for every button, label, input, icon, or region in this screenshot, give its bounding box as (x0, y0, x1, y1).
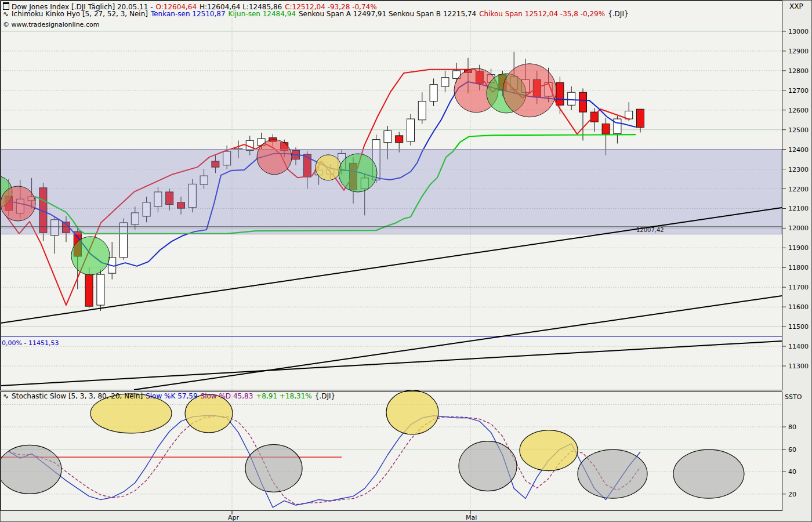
price-axis-label: 12900 (788, 48, 809, 55)
chart-window: 1300012900128001270012600125001240012300… (0, 0, 812, 522)
stoch-highlight-ellipse-gray (1, 445, 61, 494)
highlight-circle-red (503, 64, 556, 117)
price-axis-label: 12200 (788, 186, 809, 193)
symbol-tag: {.DJI} (315, 392, 335, 400)
scale-mode-button[interactable]: XXP (789, 2, 803, 10)
candlestick (556, 82, 564, 105)
stoch-highlight-ellipse-gray (459, 441, 517, 491)
ichimoku-legend-row[interactable]: ∿Ichimoku Kinko Hyo [5, 27, 52, 3, Nein]… (3, 10, 632, 18)
price-axis-label: 11400 (788, 343, 809, 350)
stoch-axis-label: 80 (788, 423, 796, 431)
stoch-axis-label: 60 (788, 446, 796, 454)
stoch-highlight-ellipse-gray (578, 449, 647, 498)
candlestick (614, 119, 621, 133)
price-axis-label: 12600 (788, 107, 809, 114)
price-axis-label: 12100 (788, 205, 809, 212)
watermark: © www.tradesignalonline.com (3, 21, 99, 28)
retracement-label: 0,00% - 11451,53 (2, 339, 59, 347)
ichimoku-name: Ichimoku Kinko Hyo [5, 27, 52, 3, Nein] (12, 10, 148, 18)
chikou-value: Chikou Span 12512,04 -35,8 -0,29% (479, 10, 605, 18)
price-axis-label: 11700 (788, 284, 809, 291)
candlestick (637, 109, 644, 127)
candlestick (418, 101, 426, 119)
price-axis-label: 12300 (788, 166, 809, 173)
indicator-icon: ∿ (3, 392, 9, 400)
slow-k-value: Slow %K 57,59 (146, 392, 197, 400)
x-axis-label-apr: Apr (228, 514, 239, 521)
stoch-highlight-ellipse-yellow (386, 390, 438, 434)
price-axis-label: 12800 (788, 67, 809, 75)
indicator-icon: ∿ (3, 10, 9, 18)
stoch-change: +8,91 +18,31% (256, 392, 311, 400)
price-axis-label: 11900 (788, 244, 809, 252)
stoch-axis-title: SSTO (785, 393, 802, 401)
candlestick (430, 85, 437, 102)
chart-canvas: 1300012900128001270012600125001240012300… (1, 1, 812, 522)
senkou-values: Senkou Span A 12497,91 Senkou Span B 122… (299, 10, 476, 18)
price-axis-label: 12400 (788, 146, 809, 154)
price-axis-label: 13000 (788, 28, 809, 35)
price-axis-label: 11800 (788, 264, 809, 271)
candlestick (396, 136, 403, 143)
stoch-highlight-ellipse-yellow (520, 430, 578, 471)
stochastic-legend-row[interactable]: ∿Stochastic Slow [5, 3, 3, 80, 20, Nein]… (3, 393, 338, 400)
price-axis-label: 11600 (788, 303, 809, 311)
highlight-circle-yellow (316, 155, 341, 180)
candlestick (97, 274, 104, 305)
candlestick (579, 92, 587, 112)
stoch-highlight-ellipse-gray (673, 449, 744, 498)
highlight-circle-red (257, 140, 292, 175)
stochastic-name: Stochastic Slow [5, 3, 3, 80, 20, Nein] (12, 392, 143, 400)
price-zone-rectangle (1, 150, 782, 234)
candlestick (590, 112, 598, 122)
candlestick (407, 119, 415, 142)
slow-d-value: Slow %D 45,83 (201, 392, 253, 400)
price-axis-label: 12700 (788, 87, 809, 95)
price-axis-label: 11300 (788, 362, 809, 370)
kijun-value: Kijun-sen 12484,94 (229, 10, 296, 18)
price-axis-label: 11500 (788, 323, 809, 331)
candlestick (384, 130, 392, 142)
price-axis-label: 12000 (788, 224, 809, 232)
candlestick (441, 78, 449, 86)
candlestick (602, 124, 610, 135)
highlight-circle-green (71, 237, 110, 275)
price-axis-label: 12500 (788, 126, 809, 134)
stoch-axis-label: 20 (788, 491, 796, 498)
tenkan-value: Tenkan-sen 12510,87 (151, 10, 226, 18)
highlight-circle-red (1, 186, 35, 221)
stoch-highlight-ellipse-gray (245, 444, 302, 492)
window-icon (3, 2, 9, 10)
stoch-axis-label: 40 (788, 468, 796, 476)
symbol-tag: {.DJI} (608, 10, 628, 18)
x-axis-label-mai: Mai (466, 514, 477, 521)
candlestick (85, 274, 93, 306)
candlestick (568, 92, 575, 105)
highlight-circle-green (339, 154, 377, 192)
support-price-label: 12007,42 (636, 227, 664, 233)
